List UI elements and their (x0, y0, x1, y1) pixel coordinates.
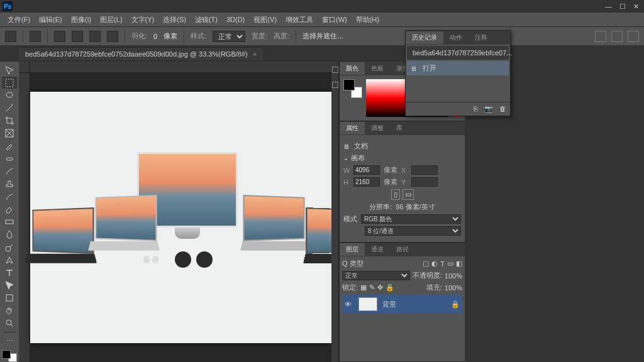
canvas-section-header[interactable]: 画布 (343, 153, 461, 163)
blur-tool[interactable] (2, 229, 17, 241)
home-icon[interactable] (5, 31, 16, 42)
wand-tool[interactable] (2, 102, 17, 114)
filter-adjust-icon[interactable]: ◐ (431, 260, 438, 268)
shape-tool[interactable] (2, 292, 17, 304)
filter-pixel-icon[interactable]: ▢ (423, 260, 429, 268)
selection-new-icon[interactable] (54, 31, 65, 42)
menu-image[interactable]: 图像(I) (67, 14, 95, 26)
history-snapshot[interactable]: bed5a64d137d787259ebfce07... (407, 46, 509, 60)
brush-tool[interactable] (2, 165, 17, 177)
tab-actions[interactable]: 动作 (443, 31, 469, 44)
marquee-tool[interactable] (2, 77, 17, 89)
menu-type[interactable]: 文字(Y) (128, 14, 158, 26)
close-button[interactable]: ✕ (633, 3, 639, 11)
marquee-tool-icon[interactable] (30, 31, 41, 42)
menu-window[interactable]: 窗口(W) (318, 14, 351, 26)
color-swatch-tool[interactable] (2, 350, 17, 362)
filter-type-icon[interactable]: T (440, 260, 445, 268)
x-input[interactable] (411, 165, 438, 175)
menu-layer[interactable]: 图层(L) (96, 14, 126, 26)
move-tool[interactable] (2, 64, 17, 76)
landscape-icon[interactable]: ▭ (402, 189, 414, 200)
trash-icon[interactable]: 🗑 (499, 105, 506, 113)
bit-depth-select[interactable]: 8 位/通道 (365, 226, 461, 236)
color-mode-select[interactable]: RGB 颜色 (361, 214, 461, 224)
width-input[interactable] (353, 165, 380, 175)
path-tool[interactable] (2, 279, 17, 291)
blend-mode-select[interactable]: 正常 (342, 271, 410, 280)
pen-tool[interactable] (2, 254, 17, 266)
portrait-icon[interactable]: ▯ (391, 189, 400, 200)
type-tool[interactable] (2, 266, 17, 278)
maximize-button[interactable]: ☐ (619, 3, 626, 11)
tab-libraries[interactable]: 库 (390, 122, 409, 134)
selection-intersect-icon[interactable] (107, 31, 118, 42)
create-document-icon[interactable]: ⎘ (474, 105, 478, 113)
selection-subtract-icon[interactable] (89, 31, 101, 42)
visibility-icon[interactable]: 👁 (345, 300, 353, 308)
feather-value[interactable]: 0 (153, 33, 157, 40)
style-select[interactable]: 正常 (213, 31, 245, 42)
tab-adjustments[interactable]: 调整 (365, 122, 390, 134)
tab-paths[interactable]: 路径 (390, 243, 415, 256)
lasso-tool[interactable] (2, 89, 17, 101)
crop-tool[interactable] (2, 115, 17, 127)
color-fgbg[interactable] (343, 79, 362, 98)
tab-properties[interactable]: 属性 (340, 122, 365, 134)
lock-all-icon[interactable]: 🔒 (386, 283, 394, 292)
hand-tool[interactable] (2, 305, 17, 317)
tab-channels[interactable]: 通道 (365, 243, 390, 256)
layer-thumbnail[interactable] (358, 297, 377, 311)
filter-smart-icon[interactable]: ◧ (456, 260, 462, 268)
history-panel[interactable]: 历史记录 动作 注释 bed5a64d137d787259ebfce07... … (405, 30, 511, 116)
height-input[interactable] (353, 177, 380, 187)
frame-tool[interactable] (2, 128, 17, 140)
heal-tool[interactable] (2, 153, 17, 165)
foreground-color-swatch[interactable] (2, 350, 11, 359)
tab-color[interactable]: 颜色 (340, 62, 365, 75)
collapsed-panel-icon[interactable] (332, 67, 338, 73)
menu-3d[interactable]: 3D(D) (223, 14, 248, 25)
search-icon[interactable] (611, 31, 623, 42)
menu-view[interactable]: 视图(V) (250, 14, 280, 26)
tab-swatches[interactable]: 色板 (365, 62, 390, 75)
document-canvas[interactable] (30, 92, 331, 343)
history-brush-tool[interactable] (2, 190, 17, 202)
history-step-open[interactable]: 🗎 打开 (407, 61, 509, 75)
style-label: 样式: (191, 31, 206, 41)
menu-plugins[interactable]: 增效工具 (282, 14, 317, 26)
selection-add-icon[interactable] (72, 31, 83, 42)
opacity-value[interactable]: 100% (445, 272, 462, 280)
eyedropper-tool[interactable] (2, 140, 17, 152)
menu-help[interactable]: 帮助(H) (352, 14, 383, 26)
menu-filter[interactable]: 滤镜(T) (191, 14, 221, 26)
workspace-icon[interactable] (628, 31, 639, 42)
zoom-tool[interactable] (2, 317, 17, 329)
document-tab[interactable]: bed5a64d137d787259ebfce0752daaee0509d00d… (19, 47, 263, 60)
collapsed-panel-icon[interactable] (332, 82, 338, 88)
edit-toolbar-icon[interactable]: ⋯ (2, 335, 17, 347)
eraser-tool[interactable] (2, 204, 17, 216)
select-subject-button[interactable]: 选择并遮住... (303, 31, 343, 41)
ruler-horizontal[interactable] (30, 62, 331, 73)
menu-file[interactable]: 文件(F) (4, 14, 34, 26)
layer-item-background[interactable]: 👁 背景 🔒 (342, 295, 462, 314)
menu-select[interactable]: 选择(S) (159, 14, 190, 26)
minimize-button[interactable]: — (605, 3, 612, 11)
menu-edit[interactable]: 编辑(E) (35, 14, 66, 26)
dodge-tool[interactable] (2, 241, 17, 253)
share-icon[interactable] (595, 31, 606, 42)
gradient-tool[interactable] (2, 216, 17, 228)
close-tab-icon[interactable]: × (253, 50, 257, 58)
stamp-tool[interactable] (2, 178, 17, 190)
lock-position-icon[interactable]: ✥ (377, 283, 383, 292)
lock-transparency-icon[interactable]: ▦ (360, 283, 367, 292)
fill-value[interactable]: 100% (445, 284, 462, 292)
create-snapshot-icon[interactable]: 📷 (484, 105, 493, 113)
y-input[interactable] (411, 177, 438, 187)
tab-history[interactable]: 历史记录 (406, 31, 443, 44)
lock-paint-icon[interactable]: ✎ (369, 283, 375, 292)
tab-comments[interactable]: 注释 (469, 31, 494, 44)
filter-shape-icon[interactable]: ▭ (447, 260, 453, 268)
tab-layers[interactable]: 图层 (340, 243, 365, 256)
